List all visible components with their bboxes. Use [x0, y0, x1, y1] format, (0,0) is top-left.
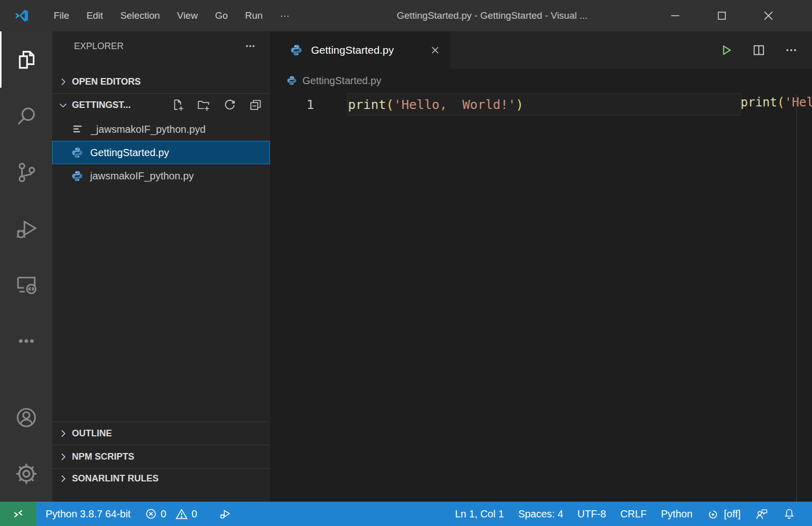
python-interpreter-item[interactable]: Python 3.8.7 64-bit — [38, 502, 138, 526]
menu-view[interactable]: View — [169, 0, 207, 31]
refresh-icon[interactable] — [223, 98, 237, 112]
remote-indicator[interactable] — [0, 502, 36, 526]
activity-source-control[interactable] — [0, 144, 52, 200]
new-folder-icon[interactable] — [197, 98, 211, 112]
workspace-folder-section[interactable]: GETTINGST... — [52, 93, 270, 117]
menu-file[interactable]: File — [45, 0, 78, 31]
tab-gettingstarted[interactable]: GettingStarted.py — [270, 31, 450, 69]
code-line-1[interactable]: 1 print('Hello, World!') — [270, 93, 812, 116]
minimize-button[interactable] — [652, 0, 699, 31]
broadcast-icon — [707, 508, 719, 520]
feedback-item[interactable] — [748, 502, 776, 526]
status-right: Ln 1, Col 1 Spaces: 4 UTF-8 CRLF Python … — [448, 502, 812, 526]
run-debug-icon — [14, 216, 38, 241]
menu-selection[interactable]: Selection — [111, 0, 168, 31]
title-bar: File Edit Selection View Go Run ··· Gett… — [0, 0, 812, 31]
file-row-jawsmako[interactable]: jawsmakoIF_python.py — [52, 164, 270, 187]
chevron-right-icon — [58, 473, 68, 484]
debug-icon — [218, 507, 231, 520]
source-control-icon — [15, 161, 38, 184]
open-editors-section[interactable]: OPEN EDITORS — [52, 70, 270, 93]
outline-label: OUTLINE — [72, 428, 112, 439]
line-number: 1 — [270, 97, 342, 112]
run-python-file-icon[interactable] — [720, 44, 733, 57]
activity-accounts[interactable] — [0, 389, 52, 445]
activity-run-and-debug[interactable] — [0, 200, 52, 256]
menu-run[interactable]: Run — [237, 0, 272, 31]
eol-item[interactable]: CRLF — [613, 502, 654, 526]
open-editors-label: OPEN EDITORS — [72, 77, 141, 87]
token-string: 'Hello, World!' — [394, 97, 516, 112]
indentation-item[interactable]: Spaces: 4 — [511, 502, 570, 526]
python-file-icon — [71, 170, 83, 182]
sonarlint-rules-section[interactable]: SONARLINT RULES — [52, 468, 270, 502]
file-name: jawsmakoIF_python.py — [90, 170, 194, 182]
sidebar-bottom-sections: OUTLINE NPM SCRIPTS SONARLINT RULES — [52, 422, 270, 502]
tab-label: GettingStarted.py — [311, 44, 394, 56]
close-tab-icon[interactable] — [430, 45, 440, 55]
python-file-icon — [71, 147, 83, 159]
error-icon — [145, 508, 157, 520]
activity-explorer[interactable] — [0, 31, 52, 88]
menu-edit[interactable]: Edit — [78, 0, 112, 31]
token-open-paren: ( — [386, 97, 394, 112]
file-row-gettingstarted[interactable]: GettingStarted.py — [52, 141, 270, 164]
sidebar-title-bar: EXPLORER — [52, 31, 270, 61]
status-left: Python 3.8.7 64-bit 0 0 — [36, 502, 239, 526]
ellipsis-icon — [15, 330, 37, 352]
activity-remote-explorer[interactable] — [0, 256, 52, 313]
screencast-item[interactable]: [off] — [700, 502, 748, 526]
python-file-icon — [287, 76, 297, 86]
minimap[interactable]: print('Hello, World!') — [741, 95, 797, 505]
file-tree: _jawsmakoIF_python.pyd GettingStarted.py — [52, 118, 270, 187]
cursor-position-item[interactable]: Ln 1, Col 1 — [448, 502, 511, 526]
explorer-toolbar — [171, 98, 270, 112]
new-file-icon[interactable] — [171, 98, 185, 112]
tab-strip: GettingStarted.py — [270, 31, 812, 69]
remote-icon — [12, 507, 25, 520]
breadcrumb[interactable]: GettingStarted.py — [270, 69, 812, 92]
window-controls — [652, 0, 792, 31]
activity-manage[interactable] — [0, 445, 52, 502]
more-actions-icon[interactable] — [785, 44, 798, 57]
account-icon — [14, 405, 38, 430]
warning-count: 0 — [191, 508, 197, 520]
active-view-indicator — [0, 31, 2, 88]
close-window-button[interactable] — [745, 0, 792, 31]
activity-more-views[interactable] — [0, 313, 52, 369]
npm-scripts-section[interactable]: NPM SCRIPTS — [52, 445, 270, 468]
text-file-icon — [71, 123, 84, 135]
gear-icon — [14, 462, 38, 486]
activity-search[interactable] — [0, 88, 52, 144]
menu-go[interactable]: Go — [206, 0, 236, 31]
warning-icon — [175, 508, 188, 520]
file-name: GettingStarted.py — [90, 147, 169, 159]
problems-item[interactable]: 0 0 — [138, 502, 204, 526]
minimap-line: print('Hello, World!') — [741, 95, 812, 109]
notifications-item[interactable] — [776, 502, 803, 526]
language-mode-item[interactable]: Python — [654, 502, 700, 526]
collapse-folders-icon[interactable] — [249, 98, 262, 112]
breadcrumb-item[interactable]: GettingStarted.py — [302, 75, 381, 87]
outline-section[interactable]: OUTLINE — [52, 422, 270, 445]
file-row-pyd[interactable]: _jawsmakoIF_python.pyd — [52, 118, 270, 141]
chevron-right-icon — [58, 452, 68, 462]
activity-bar-spacer — [0, 369, 52, 389]
menu-more[interactable]: ··· — [272, 0, 298, 31]
bell-icon — [783, 507, 796, 520]
search-icon — [15, 104, 38, 128]
encoding-item[interactable]: UTF-8 — [570, 502, 613, 526]
window-title: GettingStarted.py - GettingStarted - Vis… — [324, 10, 660, 21]
sonarlint-rules-label: SONARLINT RULES — [72, 473, 159, 484]
debug-status-item[interactable] — [211, 502, 239, 526]
vscode-logo-icon — [14, 8, 29, 23]
status-bar: Python 3.8.7 64-bit 0 0 — [0, 502, 812, 526]
maximize-button[interactable] — [699, 0, 745, 31]
code-editor[interactable]: 1 print('Hello, World!') print('Hello, W… — [270, 92, 812, 502]
minimap-border — [796, 94, 797, 502]
screencast-state: [off] — [724, 508, 741, 520]
token-close-paren: ) — [516, 97, 523, 112]
split-editor-icon[interactable] — [752, 44, 765, 57]
explorer-actions-icon[interactable] — [244, 40, 257, 53]
chevron-right-icon — [58, 77, 68, 87]
